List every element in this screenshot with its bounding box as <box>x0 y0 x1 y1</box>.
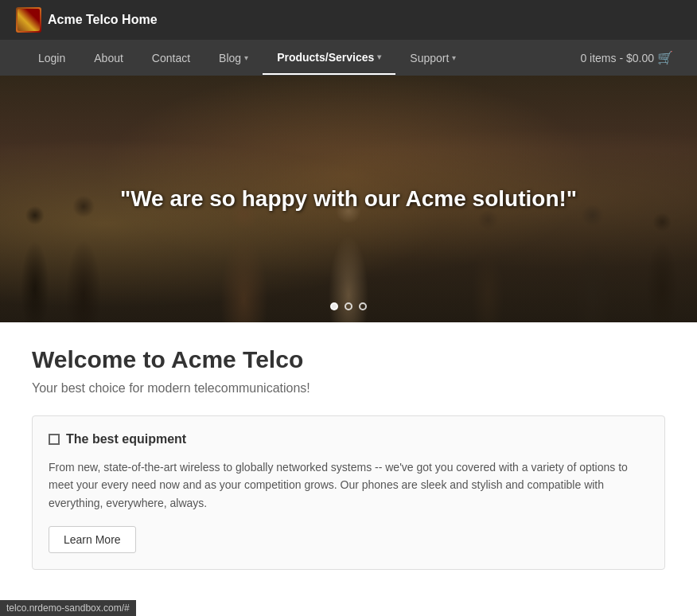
nav-contact[interactable]: Contact <box>138 42 204 74</box>
card-body: From new, state-of-the-art wireless to g… <box>49 458 648 512</box>
equipment-card: The best equipment From new, state-of-th… <box>32 415 665 570</box>
welcome-subtitle: Your best choice for modern telecommunic… <box>32 381 665 396</box>
nav-blog[interactable]: Blog ▾ <box>204 42 263 74</box>
card-checkbox-icon <box>49 434 60 445</box>
nav-about[interactable]: About <box>80 42 138 74</box>
nav-products-services[interactable]: Products/Services ▾ <box>263 41 395 75</box>
welcome-title: Welcome to Acme Telco <box>32 346 665 373</box>
brand-name: Acme Telco Home <box>48 13 158 27</box>
card-title: The best equipment <box>66 432 186 446</box>
main-content: Welcome to Acme Telco Your best choice f… <box>0 322 697 594</box>
cart-icon: 🛒 <box>657 50 673 65</box>
card-header: The best equipment <box>49 432 648 446</box>
hero-quote: "We are so happy with our Acme solution!… <box>88 185 609 213</box>
blog-dropdown-arrow: ▾ <box>244 53 248 62</box>
nav-support[interactable]: Support ▾ <box>395 42 470 74</box>
hero-slider: "We are so happy with our Acme solution!… <box>0 76 697 322</box>
brand-link[interactable]: Acme Telco Home <box>16 7 158 33</box>
hero-dots <box>330 302 367 310</box>
hero-dot-2[interactable] <box>345 302 352 310</box>
secondary-navbar: Login About Contact Blog ▾ Products/Serv… <box>0 40 697 76</box>
top-navbar: Acme Telco Home <box>0 0 697 40</box>
brand-logo <box>16 7 41 33</box>
cart-area[interactable]: 0 items - $0.00 🛒 <box>580 50 673 65</box>
products-dropdown-arrow: ▾ <box>377 53 381 61</box>
learn-more-button[interactable]: Learn More <box>49 526 136 553</box>
hero-dot-3[interactable] <box>359 302 367 310</box>
cart-label: 0 items - $0.00 <box>580 52 654 64</box>
nav-login[interactable]: Login <box>24 42 80 74</box>
hero-dot-1[interactable] <box>330 302 338 310</box>
hero-overlay: "We are so happy with our Acme solution!… <box>0 76 697 322</box>
nav-links: Login About Contact Blog ▾ Products/Serv… <box>24 41 470 75</box>
support-dropdown-arrow: ▾ <box>452 53 456 62</box>
